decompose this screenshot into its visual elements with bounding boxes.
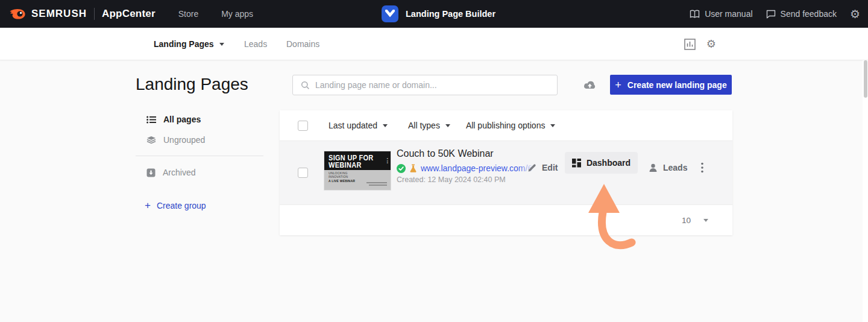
scrollbar-track[interactable]	[863, 60, 868, 322]
sidebar-item-ungrouped[interactable]: Ungrouped	[146, 135, 205, 145]
person-icon	[649, 163, 658, 172]
app-navbar: Landing Pages Leads Domains ⚙	[0, 28, 868, 60]
leads-button[interactable]: Leads	[649, 157, 687, 178]
landing-page-builder-app-icon	[382, 5, 398, 22]
thumbnail-kebab-icon: •••	[387, 157, 388, 164]
select-all-checkbox[interactable]	[298, 121, 308, 131]
edit-button[interactable]: Edit	[527, 157, 558, 178]
table-footer: 10	[280, 205, 732, 235]
navbar-utilities: ⚙	[684, 28, 716, 60]
semrush-logo-icon	[10, 8, 27, 20]
list-icon	[146, 116, 156, 124]
top-app-bar: SEMRUSH AppCenter Store My apps Landing …	[0, 0, 868, 28]
search-icon	[301, 81, 310, 90]
semrush-wordmark: SEMRUSH	[31, 8, 87, 20]
published-check-icon	[397, 164, 406, 173]
nav-domains[interactable]: Domains	[286, 28, 319, 60]
layers-icon	[146, 136, 156, 144]
thumbnail-fineprint	[366, 182, 387, 183]
landing-page-title[interactable]: Couch to 50K Webinar	[397, 148, 494, 159]
landing-pages-table: Last updated All types All publishing op…	[280, 110, 732, 235]
send-feedback-link[interactable]: Send feedback	[766, 9, 837, 19]
app-settings-gear-icon[interactable]: ⚙	[706, 39, 716, 49]
page-title: Landing Pages	[136, 75, 248, 94]
table-filter-row: Last updated All types All publishing op…	[280, 110, 732, 140]
landing-page-thumbnail[interactable]: SIGN UP FOR WEBINAR ••• UNLOCKING INNOVA…	[324, 151, 391, 190]
chevron-down-icon	[219, 43, 224, 46]
landing-page-url-link[interactable]: www.landpage-preview.com/6	[421, 163, 532, 173]
thumbnail-hero: SIGN UP FOR WEBINAR •••	[324, 151, 391, 170]
table-row: SIGN UP FOR WEBINAR ••• UNLOCKING INNOVA…	[280, 140, 732, 205]
reports-chart-icon[interactable]	[684, 39, 696, 50]
nav-leads[interactable]: Leads	[244, 28, 267, 60]
settings-gear-icon[interactable]: ⚙	[850, 8, 860, 20]
dashboard-button[interactable]: Dashboard	[565, 152, 638, 174]
landing-page-builder-screen: SEMRUSH AppCenter Store My apps Landing …	[0, 0, 868, 322]
topnav-store[interactable]: Store	[178, 9, 198, 19]
semrush-brand[interactable]: SEMRUSH AppCenter	[10, 8, 156, 20]
search-input[interactable]	[315, 80, 557, 90]
page-size-dropdown[interactable]: 10	[682, 216, 708, 225]
sidebar-divider	[136, 156, 263, 156]
plus-icon: +	[615, 80, 621, 90]
thumbnail-fineprint	[369, 185, 387, 186]
row-created-timestamp: Created: 12 May 2024 02:40 PM	[397, 175, 506, 184]
scrollbar-thumb[interactable]	[864, 60, 867, 98]
create-group-button[interactable]: + Create group	[145, 200, 206, 212]
sidebar-item-all-pages[interactable]: All pages	[146, 115, 201, 124]
ab-test-flask-icon	[409, 164, 417, 173]
current-app: Landing Page Builder	[382, 0, 495, 28]
sidebar-item-archived[interactable]: Archived	[146, 168, 195, 177]
chevron-down-icon	[550, 124, 555, 127]
book-icon	[690, 10, 700, 19]
chevron-down-icon	[445, 124, 450, 127]
current-app-title: Landing Page Builder	[406, 9, 495, 19]
feedback-bubble-icon	[766, 10, 776, 19]
search-box	[292, 75, 558, 95]
cloud-upload-icon[interactable]	[582, 77, 597, 93]
topbar-utilities: User manual Send feedback ⚙	[690, 0, 860, 28]
row-kebab-menu-icon[interactable]	[701, 157, 703, 178]
dashboard-grid-icon	[572, 159, 581, 168]
appcenter-wordmark: AppCenter	[102, 8, 156, 20]
topnav-my-apps[interactable]: My apps	[221, 9, 253, 19]
create-new-landing-page-button[interactable]: + Create new landing page	[610, 75, 732, 95]
thumbnail-lower: UNLOCKING INNOVATION A LIVE WEBINAR	[324, 170, 391, 190]
sort-filter-dropdown[interactable]: Last updated	[329, 121, 388, 130]
row-status-line: www.landpage-preview.com/6	[397, 163, 532, 173]
pencil-icon	[527, 163, 536, 172]
brand-divider	[94, 8, 95, 20]
nav-landing-pages[interactable]: Landing Pages	[154, 28, 224, 60]
row-checkbox[interactable]	[298, 168, 308, 178]
publishing-filter-dropdown[interactable]: All publishing options	[466, 121, 556, 130]
plus-icon: +	[145, 200, 151, 212]
chevron-down-icon	[383, 124, 388, 127]
user-manual-link[interactable]: User manual	[690, 9, 752, 19]
type-filter-dropdown[interactable]: All types	[408, 121, 450, 130]
chevron-down-icon	[703, 219, 708, 222]
archive-box-icon	[146, 168, 156, 177]
